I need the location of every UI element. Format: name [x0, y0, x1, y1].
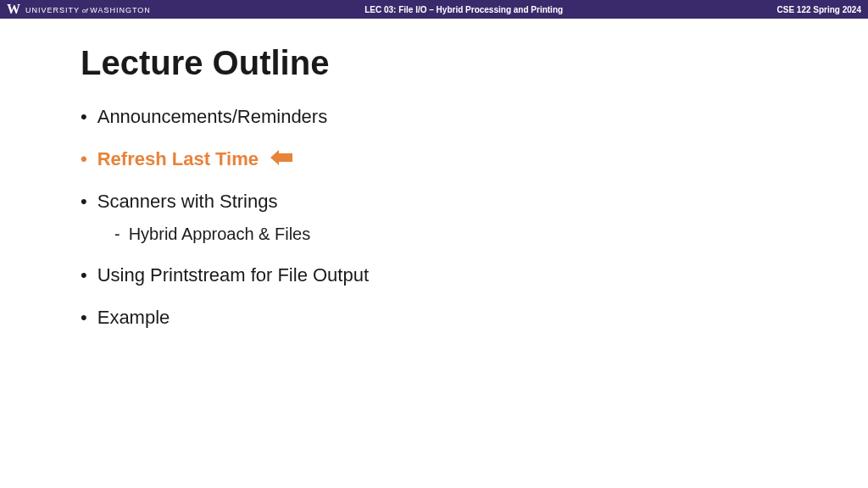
outline-sublist: Hybrid Approach & Files — [114, 225, 787, 244]
outline-item: Using Printstream for File Output — [81, 264, 787, 286]
svg-marker-0 — [270, 150, 292, 165]
lecture-title: LEC 03: File I/O – Hybrid Processing and… — [364, 5, 563, 14]
uw-logo-letter: W — [7, 2, 20, 17]
page-title: Lecture Outline — [81, 44, 787, 82]
slide-content: Lecture Outline Announcements/Reminders … — [0, 19, 868, 374]
university-text: UNIVERSITY of WASHINGTON — [25, 5, 151, 14]
outline-text: Refresh Last Time — [97, 148, 259, 170]
outline-item-current: Refresh Last Time — [81, 148, 787, 170]
outline-subitem: Hybrid Approach & Files — [114, 225, 787, 244]
course-label: CSE 122 Spring 2024 — [776, 5, 861, 14]
outline-subtext: Hybrid Approach & Files — [129, 225, 311, 244]
outline-text: Example — [97, 307, 170, 329]
outline-text: Announcements/Reminders — [97, 106, 327, 128]
outline-item: Announcements/Reminders — [81, 106, 787, 128]
university-of: of — [82, 7, 88, 14]
outline-text: Scanners with Strings — [97, 191, 278, 213]
university-prefix: UNIVERSITY — [25, 6, 80, 14]
outline-list: Announcements/Reminders Refresh Last Tim… — [81, 106, 787, 329]
outline-item: Scanners with Strings — [81, 191, 787, 213]
arrow-left-icon — [270, 148, 292, 170]
university-name: WASHINGTON — [90, 6, 151, 14]
header-left: W UNIVERSITY of WASHINGTON — [7, 2, 151, 17]
slide-header: W UNIVERSITY of WASHINGTON LEC 03: File … — [0, 0, 868, 19]
outline-item: Example — [81, 307, 787, 329]
outline-text: Using Printstream for File Output — [97, 264, 369, 286]
